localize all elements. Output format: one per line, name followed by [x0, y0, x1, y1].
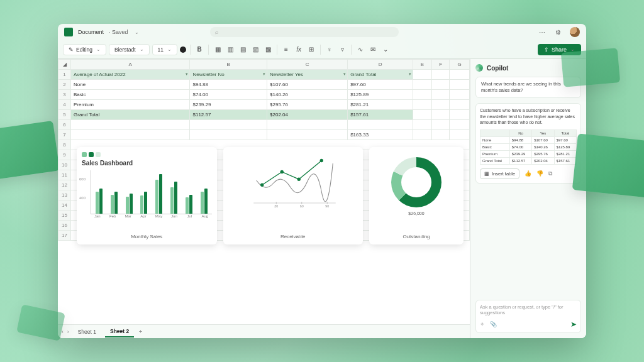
donut-chart	[391, 157, 441, 207]
save-status: · Saved	[109, 29, 128, 35]
analyze-icon[interactable]: ∿	[355, 45, 365, 55]
copilot-pane: Copilot What new trends are we seeing in…	[470, 59, 586, 338]
line-chart: 30 60 90	[228, 152, 358, 209]
donut-value: $26,000	[374, 211, 458, 216]
formula-icon[interactable]: fx	[294, 45, 304, 55]
sales-dashboard-card[interactable]: Sales Dashboard 600 400	[77, 147, 217, 244]
pivot-header[interactable]: Grand Total▾	[348, 70, 413, 80]
document-name[interactable]: Document	[78, 29, 104, 35]
comment-icon[interactable]: ✉	[368, 45, 378, 55]
font-color-icon[interactable]	[180, 47, 186, 53]
card-footer: Outstanding	[374, 231, 458, 239]
pivot-header[interactable]: Average of Actual 2022▾	[71, 70, 190, 80]
tab-next-icon[interactable]: ›	[67, 329, 69, 335]
sheet-tab[interactable]: Sheet 1	[73, 327, 101, 337]
col-header[interactable]: F	[431, 60, 450, 70]
pivot-header[interactable]: Newsletter Yes▾	[267, 70, 348, 80]
mode-selector[interactable]: ✎ Editing ⌄	[63, 44, 106, 55]
table-row[interactable]: 3Basic$74.00$140.26$125.89	[58, 90, 470, 100]
merge-icon[interactable]: ▥	[225, 45, 235, 55]
outstanding-card[interactable]: $26,000 Outstanding	[369, 147, 464, 244]
number-format-icon[interactable]: ⊞	[306, 45, 316, 55]
table-row[interactable]: 4Premium$239.29$295.76$281.21	[58, 100, 470, 110]
thumbs-down-icon[interactable]: 👎	[536, 170, 543, 177]
bold-button[interactable]: B	[194, 45, 204, 55]
app-logo-icon	[64, 28, 73, 36]
floating-cell[interactable]: $163.33	[348, 130, 413, 140]
pivot-header[interactable]: Newsletter No▾	[190, 70, 267, 80]
search-icon: ⌕	[215, 29, 218, 35]
svg-point-7	[260, 184, 264, 187]
pencil-icon: ✎	[69, 47, 74, 53]
sparkle-icon[interactable]: ✧	[480, 321, 485, 327]
add-sheet-icon[interactable]: ＋	[138, 328, 143, 336]
align-icon[interactable]: ≡	[281, 45, 291, 55]
cells-icon[interactable]: ▤	[238, 45, 248, 55]
filter-icon[interactable]: ▿	[337, 45, 347, 55]
borders-icon[interactable]: ▦	[213, 45, 223, 55]
chevron-down-icon[interactable]: ⌄	[135, 30, 139, 35]
copilot-mini-table: NoYesTotal None$94.88$107.60$97.60 Basic…	[480, 129, 577, 165]
col-header[interactable]: A	[71, 60, 190, 70]
table-row[interactable]: 2None$94.88$107.60$97.60	[58, 80, 470, 90]
spreadsheet-area: ◢ A B C D E F G 1 Average of Actual 2022…	[58, 59, 470, 338]
insert-icon[interactable]: ▧	[250, 45, 260, 55]
svg-text:30: 30	[274, 204, 278, 208]
send-icon[interactable]: ➤	[570, 320, 577, 329]
ideas-icon[interactable]: ♀	[325, 45, 335, 55]
ribbon-more-icon[interactable]: ⌄	[380, 45, 391, 55]
col-header[interactable]: B	[190, 60, 267, 70]
thumbs-up-icon[interactable]: 👍	[525, 170, 531, 177]
grand-total-row[interactable]: 5Grand Total$112.57$202.04$157.61	[58, 110, 470, 120]
copilot-input[interactable]: Ask a question or request, or type "/" f…	[475, 300, 581, 334]
user-avatar[interactable]	[570, 27, 580, 37]
settings-icon[interactable]: ⚙	[553, 27, 564, 37]
svg-point-8	[280, 170, 283, 173]
share-icon: ⇪	[544, 47, 549, 53]
copilot-logo-icon	[475, 64, 483, 72]
table-icon[interactable]: ▩	[263, 45, 273, 55]
attach-icon[interactable]: 📎	[490, 321, 497, 327]
card-footer: Monthly Sales	[82, 231, 212, 239]
sheet-tab-active[interactable]: Sheet 2	[105, 326, 134, 337]
more-icon[interactable]: ⋯	[537, 27, 547, 37]
copilot-reply: Customers who have a subscription or rec…	[475, 103, 581, 183]
font-selector[interactable]: Bierstadt⌄	[109, 44, 150, 55]
col-header[interactable]: C	[267, 60, 348, 70]
col-header[interactable]: G	[450, 60, 470, 70]
chevron-down-icon: ⌄	[96, 47, 101, 52]
card-title: Sales Dashboard	[82, 160, 212, 167]
svg-point-10	[319, 159, 323, 162]
col-header[interactable]: D	[348, 60, 413, 70]
bar-chart	[91, 170, 212, 214]
card-footer: Receivable	[228, 231, 358, 239]
ribbon-toolbar: ✎ Editing ⌄ Bierstadt⌄ 11⌄ B ▦ ▥ ▤ ▧ ▩ ≡…	[58, 40, 586, 59]
select-all-cell[interactable]: ◢	[58, 60, 71, 70]
title-bar: Document · Saved ⌄ ⌕ ⋯ ⚙	[58, 24, 586, 40]
svg-text:60: 60	[299, 204, 303, 208]
svg-point-9	[297, 178, 300, 181]
copy-icon[interactable]: ⧉	[548, 170, 552, 177]
sheet-tab-bar: ‹ › Sheet 1 Sheet 2 ＋	[58, 324, 470, 338]
copilot-placeholder: Ask a question or request, or type "/" f…	[480, 304, 577, 317]
col-header[interactable]: E	[413, 60, 432, 70]
font-size-selector[interactable]: 11⌄	[152, 44, 177, 55]
insert-table-button[interactable]: ▦ Insert table	[480, 168, 519, 179]
receivable-card[interactable]: 30 60 90 Receivable	[223, 147, 364, 244]
table-icon: ▦	[484, 171, 489, 177]
svg-text:90: 90	[325, 204, 329, 208]
app-window: Document · Saved ⌄ ⌕ ⋯ ⚙ ✎ Editing ⌄ Bie…	[58, 24, 586, 338]
search-input[interactable]: ⌕	[210, 27, 399, 37]
